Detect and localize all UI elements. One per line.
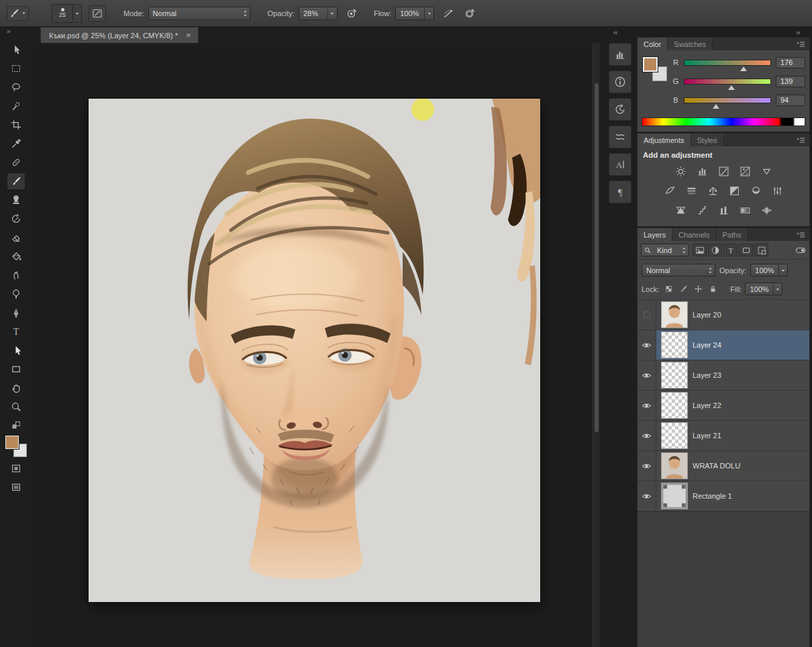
tab-channels[interactable]: Channels — [672, 228, 716, 241]
brush-tool[interactable] — [7, 172, 26, 190]
channel-slider[interactable] — [684, 97, 771, 103]
channel-value[interactable]: 176 — [776, 57, 805, 68]
screen-mode-button[interactable] — [7, 479, 26, 496]
chevron-down-icon[interactable] — [327, 7, 337, 19]
layer-thumbnail[interactable] — [662, 362, 687, 388]
panel-dock-collapse-button[interactable]: ›› — [796, 28, 799, 36]
scrollbar-thumb[interactable] — [595, 83, 599, 432]
close-tab-button[interactable]: × — [186, 31, 191, 40]
layer-thumbnail[interactable] — [662, 483, 687, 509]
rectangle-tool[interactable] — [7, 360, 26, 378]
paint-bucket-tool[interactable] — [7, 248, 26, 265]
layer-filter-kind-select[interactable]: Kind — [641, 244, 689, 256]
tab-adjustments[interactable]: Adjustments — [638, 134, 691, 146]
layer-blend-mode-select[interactable]: Normal — [642, 264, 715, 277]
visibility-toggle[interactable] — [638, 481, 656, 511]
adjustment-channel-mixer-icon[interactable] — [770, 185, 784, 197]
paint-mode-select[interactable]: Normal — [148, 7, 250, 20]
vertical-scrollbar[interactable] — [593, 43, 600, 647]
history-brush-tool[interactable] — [7, 210, 26, 228]
visibility-toggle[interactable] — [638, 300, 656, 330]
healing-brush-tool[interactable] — [7, 154, 26, 171]
adjustment-invert-icon[interactable] — [673, 204, 688, 217]
toolbar-foreground-swatch[interactable] — [5, 436, 19, 449]
channel-slider[interactable] — [684, 60, 771, 66]
adjustment-selective-color-icon[interactable] — [759, 204, 774, 217]
layer-thumbnail[interactable] — [662, 393, 687, 418]
tab-swatches[interactable]: Swatches — [668, 38, 713, 50]
canvas-area[interactable] — [32, 43, 600, 647]
pixel-layer-filter-icon[interactable] — [693, 244, 707, 256]
slider-thumb[interactable] — [740, 66, 747, 71]
eraser-tool[interactable] — [7, 229, 26, 246]
adjustment-posterize-icon[interactable] — [695, 204, 709, 217]
layer-row-layer-24[interactable]: Layer 24 — [638, 330, 809, 360]
lasso-tool[interactable] — [7, 79, 26, 96]
panel-menu-icon[interactable] — [795, 228, 809, 241]
brush-preset-dropdown[interactable] — [73, 4, 82, 23]
slider-thumb[interactable] — [713, 104, 719, 109]
channel-slider[interactable] — [684, 79, 771, 85]
adjustment-threshold-icon[interactable] — [716, 204, 731, 217]
default-swap-colors-icon[interactable] — [9, 419, 23, 432]
visibility-toggle[interactable] — [638, 391, 656, 420]
quick-mask-button[interactable] — [7, 460, 26, 477]
tab-color[interactable]: Color — [638, 38, 668, 50]
airbrush-toggle-icon[interactable] — [440, 5, 457, 21]
document-tab[interactable]: Къки.psd @ 25% (Layer 24, CMYK/8) * × — [40, 27, 199, 43]
layer-row-layer-20[interactable]: Layer 20 — [638, 300, 809, 330]
visibility-toggle[interactable] — [638, 330, 656, 360]
foreground-color-swatch[interactable] — [643, 57, 658, 72]
opacity-input[interactable]: 28% — [299, 7, 338, 20]
adjustment-layer-filter-icon[interactable] — [708, 244, 722, 256]
canvas[interactable] — [89, 99, 540, 602]
brush-preset-picker[interactable]: 25 — [52, 4, 73, 23]
crop-tool[interactable] — [7, 116, 26, 134]
histogram-panel-button[interactable] — [609, 43, 631, 66]
zoom-tool[interactable] — [7, 398, 26, 415]
tab-paths[interactable]: Paths — [717, 228, 748, 241]
tool-preset-button[interactable] — [7, 6, 29, 21]
smudge-tool[interactable] — [7, 266, 26, 284]
adjustment-levels-icon[interactable] — [695, 165, 709, 178]
visibility-toggle[interactable] — [638, 360, 656, 390]
tablet-pressure-size-icon[interactable] — [461, 5, 478, 21]
quick-selection-tool[interactable] — [7, 97, 26, 115]
hidden-visibility-well[interactable] — [644, 311, 650, 318]
visibility-toggle[interactable] — [638, 451, 656, 481]
adjustment-hue-saturation-icon[interactable] — [684, 185, 699, 197]
layer-row-layer-23[interactable]: Layer 23 — [638, 360, 809, 391]
pen-tool[interactable] — [7, 304, 26, 321]
layer-filter-toggle[interactable] — [795, 245, 806, 256]
channel-value[interactable]: 94 — [776, 95, 805, 106]
layer-opacity-input[interactable]: 100% — [750, 264, 788, 277]
adjustment-gradient-map-icon[interactable] — [738, 204, 752, 217]
shape-layer-filter-icon[interactable] — [739, 244, 753, 256]
layer-row-layer-22[interactable]: Layer 22 — [638, 391, 809, 421]
chevron-down-icon[interactable] — [424, 7, 434, 19]
styles-panel-button[interactable] — [609, 126, 631, 148]
smart-object-filter-icon[interactable] — [754, 244, 768, 256]
panel-menu-icon[interactable] — [795, 134, 809, 146]
layer-row-layer-21[interactable]: Layer 21 — [638, 421, 809, 451]
tablet-pressure-opacity-icon[interactable] — [343, 5, 360, 21]
adjustment-photo-filter-icon[interactable] — [748, 185, 763, 197]
type-tool[interactable]: T — [7, 323, 26, 340]
visibility-toggle[interactable] — [638, 421, 656, 450]
chevron-down-icon[interactable] — [778, 264, 788, 276]
marquee-tool[interactable] — [7, 60, 26, 77]
adjustment-triangle-icon[interactable] — [759, 165, 774, 178]
lock-position-icon[interactable] — [692, 283, 704, 295]
panel-menu-icon[interactable] — [795, 38, 809, 50]
flow-input[interactable]: 100% — [395, 7, 434, 20]
color-spectrum-ramp[interactable] — [642, 117, 805, 126]
lock-all-icon[interactable] — [707, 283, 719, 295]
toolbar-collapse-button[interactable]: » — [0, 28, 32, 37]
layer-thumbnail[interactable] — [662, 423, 687, 448]
type-layer-filter-icon[interactable]: T — [723, 244, 738, 256]
layer-thumbnail[interactable] — [662, 302, 687, 328]
lock-transparency-icon[interactable] — [662, 283, 674, 295]
slider-thumb[interactable] — [728, 85, 735, 90]
dodge-tool[interactable] — [7, 285, 26, 303]
lock-pixels-icon[interactable] — [677, 283, 689, 295]
